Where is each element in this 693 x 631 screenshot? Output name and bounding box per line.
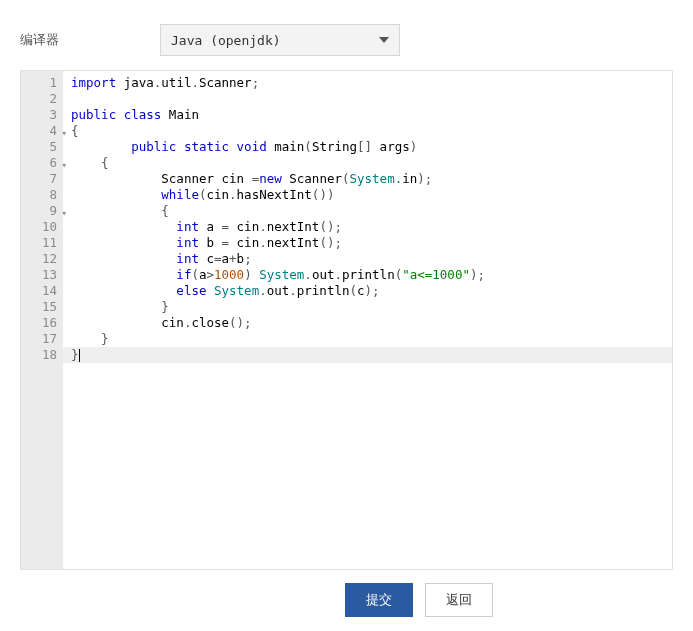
active-line-highlight: [63, 347, 672, 363]
line-number: 13: [21, 267, 57, 283]
line-number: 12: [21, 251, 57, 267]
code-line[interactable]: }: [71, 331, 672, 347]
code-line[interactable]: {: [71, 155, 672, 171]
code-area[interactable]: import java.util.Scanner;public class Ma…: [63, 71, 672, 569]
line-number: 15: [21, 299, 57, 315]
line-number: 8: [21, 187, 57, 203]
code-line[interactable]: Scanner cin =new Scanner(System.in);: [71, 171, 672, 187]
code-line[interactable]: int c=a+b;: [71, 251, 672, 267]
code-line[interactable]: {: [71, 123, 672, 139]
code-line[interactable]: else System.out.println(c);: [71, 283, 672, 299]
line-number: 3: [21, 107, 57, 123]
compiler-select[interactable]: Java (openjdk): [160, 24, 400, 56]
back-button[interactable]: 返回: [425, 583, 493, 617]
line-number: 4▾: [21, 123, 57, 139]
line-number: 9▾: [21, 203, 57, 219]
code-line[interactable]: if(a>1000) System.out.println("a<=1000")…: [71, 267, 672, 283]
line-number: 14: [21, 283, 57, 299]
compiler-label: 编译器: [20, 31, 160, 49]
line-number: 10: [21, 219, 57, 235]
line-number: 17: [21, 331, 57, 347]
text-cursor: [79, 349, 80, 362]
line-number: 7: [21, 171, 57, 187]
submit-button[interactable]: 提交: [345, 583, 413, 617]
code-line[interactable]: [71, 91, 672, 107]
code-line[interactable]: public static void main(String[] args): [71, 139, 672, 155]
line-number: 18: [21, 347, 57, 363]
compiler-select-value: Java (openjdk): [171, 33, 281, 48]
code-line[interactable]: while(cin.hasNextInt()): [71, 187, 672, 203]
line-number: 6▾: [21, 155, 57, 171]
code-line[interactable]: public class Main: [71, 107, 672, 123]
toolbar: 编译器 Java (openjdk): [0, 0, 693, 70]
line-number: 2: [21, 91, 57, 107]
line-number-gutter: 1234▾56▾789▾101112131415161718: [21, 71, 63, 569]
line-number: 5: [21, 139, 57, 155]
code-line[interactable]: int a = cin.nextInt();: [71, 219, 672, 235]
code-editor[interactable]: 1234▾56▾789▾101112131415161718 import ja…: [20, 70, 673, 570]
action-buttons: 提交 返回: [345, 583, 493, 617]
code-line[interactable]: cin.close();: [71, 315, 672, 331]
line-number: 11: [21, 235, 57, 251]
chevron-down-icon: [379, 37, 389, 43]
code-line[interactable]: }: [71, 299, 672, 315]
line-number: 16: [21, 315, 57, 331]
line-number: 1: [21, 75, 57, 91]
code-line[interactable]: int b = cin.nextInt();: [71, 235, 672, 251]
code-line[interactable]: import java.util.Scanner;: [71, 75, 672, 91]
code-line[interactable]: {: [71, 203, 672, 219]
